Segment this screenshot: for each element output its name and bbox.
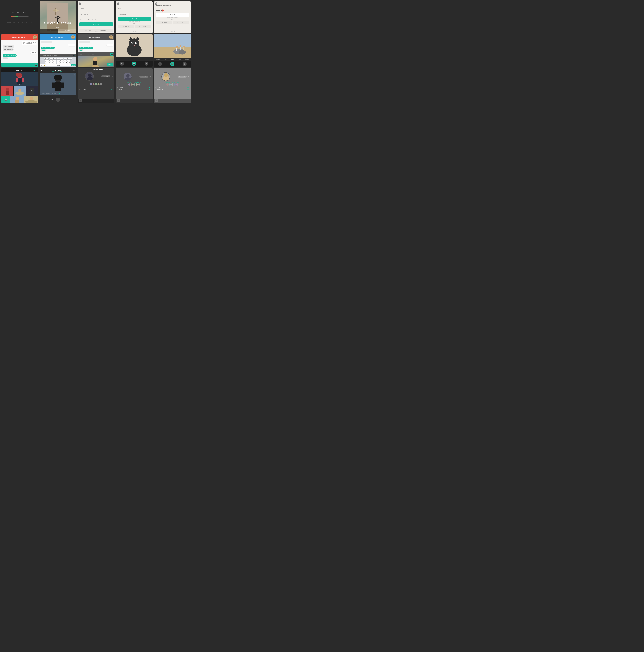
- key-r[interactable]: R: [52, 58, 55, 59]
- back-button[interactable]: ‹: [3, 36, 3, 38]
- add-button[interactable]: +: [41, 70, 42, 72]
- track-1[interactable]: 1. WOUH: [79, 86, 113, 88]
- menu-icon[interactable]: ≡: [19, 83, 20, 85]
- password-field[interactable]: [79, 12, 113, 16]
- key-b[interactable]: B: [59, 62, 62, 64]
- rotate-button[interactable]: ↺: [120, 62, 124, 65]
- key-emoji[interactable]: 😊: [43, 64, 46, 66]
- key-v[interactable]: V: [57, 62, 59, 64]
- follow-button[interactable]: FOLLOW: [101, 75, 110, 77]
- next-button[interactable]: ⏭: [63, 99, 65, 101]
- key-w[interactable]: W: [47, 58, 49, 59]
- camera-icon[interactable]: 📷: [35, 64, 37, 66]
- shutter-button[interactable]: 📷: [132, 61, 136, 66]
- close-button[interactable]: ✕: [117, 2, 119, 5]
- key-f[interactable]: F: [54, 60, 56, 61]
- close-button[interactable]: ✕: [74, 74, 76, 76]
- track-options[interactable]: [149, 87, 151, 88]
- key-a[interactable]: A: [46, 60, 48, 61]
- chat-input[interactable]: [79, 54, 110, 55]
- key-c[interactable]: C: [54, 62, 56, 64]
- now-play-controls[interactable]: [150, 101, 152, 101]
- camera-mode-photo[interactable]: PHOTO: [132, 58, 137, 60]
- record-button[interactable]: 🎬: [170, 62, 175, 66]
- key-t[interactable]: T: [55, 58, 58, 59]
- send-photo-button[interactable]: SEND: [107, 63, 113, 66]
- dismiss-button[interactable]: ✕: [112, 75, 113, 77]
- playlist-link[interactable]: ▶: [59, 93, 60, 94]
- key-send[interactable]: SEND: [71, 64, 76, 66]
- track-1[interactable]: 1. WOUH: [117, 86, 151, 88]
- key-i[interactable]: I: [64, 58, 66, 59]
- confirm-password-field[interactable]: [79, 18, 113, 21]
- back-button[interactable]: ‹: [41, 36, 42, 38]
- flip-button[interactable]: ⟳: [183, 62, 186, 66]
- gallery-main-photo[interactable]: ≡: [1, 72, 38, 86]
- key-p[interactable]: P: [69, 58, 72, 59]
- track-options[interactable]: [111, 87, 113, 87]
- camera-mode-slomo[interactable]: SLOMO: [155, 58, 160, 60]
- key-z[interactable]: Z: [48, 62, 51, 64]
- key-d[interactable]: D: [51, 60, 54, 61]
- login-button[interactable]: LOG IN: [118, 17, 151, 21]
- camera-icon[interactable]: 📷: [73, 55, 75, 56]
- camera-mode-slomo2[interactable]: SLOMO: [184, 58, 189, 60]
- previous-button[interactable]: ⏮: [51, 99, 53, 101]
- key-o[interactable]: O: [67, 58, 69, 59]
- track-2[interactable]: 2. MI MUJER: [79, 88, 113, 90]
- track-options[interactable]: [187, 87, 189, 88]
- add-button[interactable]: ADD: [33, 70, 37, 71]
- signup-button[interactable]: SIGN UP: [79, 22, 113, 26]
- camera-back-button[interactable]: ‹: [155, 35, 156, 37]
- key-x[interactable]: X: [51, 62, 54, 64]
- key-k[interactable]: K: [65, 60, 68, 61]
- track-2[interactable]: 2. MI MUJER: [117, 88, 151, 91]
- facebook-button[interactable]: FACEBOOK: [135, 25, 151, 28]
- twitter-button[interactable]: TWITTER: [118, 25, 134, 28]
- key-u[interactable]: U: [61, 58, 63, 59]
- key-123[interactable]: 123: [40, 64, 43, 66]
- track-1[interactable]: 1. WOUH: [155, 86, 189, 88]
- close-button[interactable]: ✕: [155, 2, 157, 5]
- dismiss-button[interactable]: ✕: [150, 76, 151, 78]
- key-m[interactable]: M: [65, 62, 68, 64]
- gallery-thumb-1[interactable]: [1, 86, 14, 96]
- track-2[interactable]: 2. MI MUJER: [155, 88, 189, 91]
- key-n[interactable]: N: [62, 62, 65, 64]
- track-options[interactable]: [149, 89, 151, 90]
- twitter-button[interactable]: TWITTER: [156, 21, 172, 24]
- close-button[interactable]: ✕: [79, 2, 81, 5]
- gallery-thumb-wide-2[interactable]: [24, 96, 38, 103]
- email-field[interactable]: [79, 7, 113, 10]
- play-pause-button[interactable]: ⏸: [56, 98, 60, 102]
- key-q[interactable]: Q: [44, 58, 47, 59]
- clear-password-button[interactable]: ✕: [162, 9, 164, 11]
- key-h[interactable]: H: [59, 60, 62, 61]
- more-options[interactable]: [156, 70, 158, 70]
- key-g[interactable]: G: [57, 60, 59, 61]
- track-options[interactable]: [111, 89, 113, 89]
- camera-mode-pano[interactable]: PANO: [178, 58, 182, 60]
- back-button[interactable]: ‹: [79, 36, 80, 38]
- follow-button[interactable]: FOLLOW: [139, 76, 148, 78]
- camera-mode-photo[interactable]: PHOTO: [163, 58, 168, 60]
- forgot-password-link[interactable]: FORGOT PASSWORD?: [118, 21, 151, 22]
- chat-input[interactable]: [41, 55, 73, 56]
- login-button[interactable]: LOG IN: [156, 12, 189, 17]
- key-l[interactable]: L: [68, 60, 70, 61]
- key-j[interactable]: J: [62, 60, 65, 61]
- gallery-thumb-3[interactable]: [26, 86, 38, 96]
- now-play-controls[interactable]: [111, 101, 113, 101]
- key-e[interactable]: E: [50, 58, 52, 59]
- chat-input[interactable]: [3, 64, 35, 65]
- camera-mode-pano2[interactable]: PANO: [147, 58, 151, 60]
- key-y[interactable]: Y: [58, 58, 60, 59]
- camera-mode-video[interactable]: VIDEO: [171, 58, 175, 60]
- dismiss-button[interactable]: ✕: [188, 76, 189, 78]
- gallery-thumb-2[interactable]: [14, 86, 26, 96]
- camera-mode-video[interactable]: VIDEO: [140, 58, 145, 60]
- key-s[interactable]: S: [48, 60, 51, 61]
- more-options[interactable]: [118, 70, 120, 70]
- camera-mode-slomo[interactable]: SLOMO: [124, 58, 129, 60]
- hero-login-button[interactable]: LOG IN: [40, 28, 58, 33]
